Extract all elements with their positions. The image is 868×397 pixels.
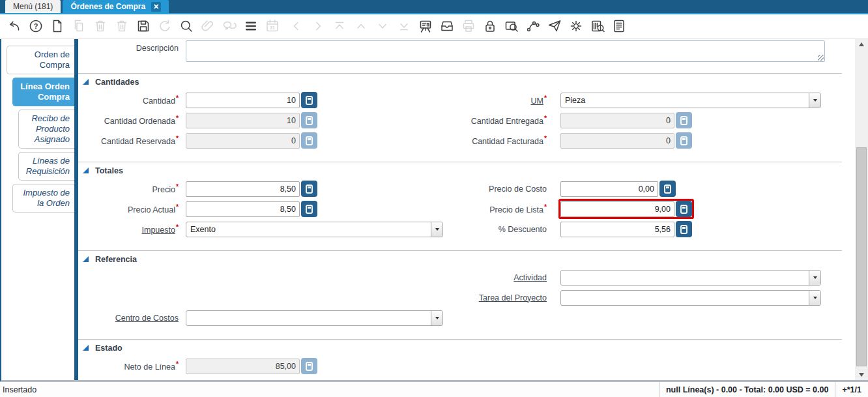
save-icon[interactable] — [134, 18, 152, 35]
section-header-estado[interactable]: Estado — [78, 340, 842, 356]
form-content: Descripción CantidadesCantidad*UM*PiezaC… — [78, 39, 868, 380]
section-header-cantidades[interactable]: Cantidades — [78, 74, 842, 90]
resize-handle-icon[interactable] — [818, 55, 824, 61]
scroll-up-icon[interactable] — [855, 39, 868, 50]
centro-de-costos-label[interactable]: Centro de Costos — [78, 314, 186, 323]
precio-fieldwrap — [186, 181, 317, 197]
neto-de-linea-calculator-button — [301, 358, 317, 374]
tab-ordenes-de-compra[interactable]: Órdenes de Compra ✕ — [63, 0, 169, 13]
calculator-icon — [306, 136, 313, 145]
collapse-triangle-icon — [83, 79, 89, 85]
copy-record-icon — [70, 18, 87, 35]
descuento-field — [554, 221, 842, 237]
delete-selection-icon — [113, 18, 130, 35]
actividad-dropdown-button[interactable] — [809, 271, 820, 285]
um-combo[interactable]: Pieza — [560, 93, 821, 108]
zoom-across-icon[interactable] — [502, 18, 520, 35]
cantidad-input[interactable] — [186, 93, 300, 108]
precio-actual-calculator-button[interactable] — [301, 201, 317, 217]
precio-actual-input[interactable] — [186, 201, 300, 217]
descuento-calculator-button[interactable] — [676, 221, 692, 237]
precio-calculator-button[interactable] — [301, 181, 317, 197]
scroll-down-icon[interactable] — [855, 370, 868, 380]
scrollbar-thumb[interactable] — [856, 147, 867, 366]
calculator-icon — [664, 184, 671, 194]
sidebar-tab-orden-de-compra[interactable]: Orden de Compra — [7, 46, 74, 74]
actividad-zoom-link[interactable]: Actividad — [514, 273, 547, 282]
cantidad-ordenada-field — [186, 112, 450, 128]
precio-de-lista-input[interactable] — [560, 201, 674, 217]
close-tab-icon[interactable]: ✕ — [151, 2, 161, 12]
description-textarea[interactable] — [186, 40, 825, 62]
precio-actual-text: Precio Actual — [128, 205, 175, 214]
precio-de-costo-calculator-button[interactable] — [659, 181, 676, 197]
main-panel: Orden de CompraLínea Orden CompraRecibo … — [0, 39, 868, 381]
um-zoom-link[interactable]: UM — [530, 96, 543, 106]
undo-icon[interactable] — [5, 18, 23, 35]
actividad-label[interactable]: Actividad — [450, 273, 554, 282]
archive-icon[interactable] — [438, 18, 456, 35]
process-icon[interactable] — [567, 18, 585, 35]
workflow-icon[interactable] — [524, 18, 542, 35]
cantidad-entregada-input — [560, 113, 674, 128]
description-field — [186, 40, 842, 62]
sidebar-tab-recibo-de-producto-asignado[interactable]: Recibo de Producto Asignado — [18, 110, 74, 149]
um-field: Pieza — [554, 93, 842, 108]
impuesto-zoom-link[interactable]: Impuesto — [142, 226, 175, 235]
vertical-scrollbar[interactable] — [855, 39, 868, 380]
um-label[interactable]: UM* — [450, 95, 554, 106]
cantidad-ordenada-calculator-button — [301, 112, 317, 128]
centro-de-costos-zoom-link[interactable]: Centro de Costos — [115, 314, 179, 323]
form-row: Precio*Precio de Costo — [78, 179, 842, 199]
actividad-combo[interactable] — [560, 270, 821, 286]
new-record-icon[interactable] — [48, 18, 66, 35]
precio-de-costo-input[interactable] — [560, 181, 658, 197]
print-icon — [459, 18, 477, 35]
section-header-referencia[interactable]: Referencia — [78, 251, 842, 267]
precio-input[interactable] — [186, 181, 300, 197]
cantidad-calculator-button[interactable] — [301, 92, 317, 108]
precio-actual-fieldwrap — [186, 201, 317, 217]
chevron-down-icon — [813, 99, 817, 102]
toggle-grid-icon[interactable] — [242, 18, 259, 35]
centro-de-costos-dropdown-button[interactable] — [431, 311, 442, 325]
find-icon[interactable] — [177, 18, 195, 35]
tarea-del-proyecto-zoom-link[interactable]: Tarea del Proyecto — [479, 293, 547, 302]
um-dropdown-button[interactable] — [809, 93, 820, 108]
form-row: Tarea del Proyecto — [78, 287, 842, 308]
precio-de-costo-text: Precio de Costo — [489, 184, 547, 194]
lock-icon[interactable] — [481, 18, 499, 35]
sidebar-tab-linea-orden-compra[interactable]: Línea Orden Compra — [12, 78, 74, 106]
tab-menu[interactable]: Menú (181) — [5, 0, 61, 13]
precio-de-lista-field — [554, 201, 842, 217]
sidebar-tab-lineas-de-requisicion[interactable]: Líneas de Requisición — [18, 152, 74, 181]
sidebar-tab-impuesto-de-la-orden[interactable]: Impuesto de la Orden — [12, 184, 74, 213]
sidebar-tab-label: Impuesto de la Orden — [23, 188, 70, 208]
descuento-input[interactable] — [560, 222, 674, 237]
tarea-del-proyecto-dropdown-button[interactable] — [809, 291, 820, 305]
section-title: Estado — [95, 344, 123, 353]
neto-de-linea-text: Neto de Línea — [124, 362, 175, 372]
section-header-totales[interactable]: Totales — [78, 162, 842, 179]
requests-icon[interactable] — [545, 18, 563, 35]
impuesto-label[interactable]: Impuesto* — [78, 224, 186, 235]
report-icon[interactable] — [610, 18, 628, 35]
description-row: Descripción — [78, 40, 842, 73]
section-body: Cantidad*UM*PiezaCantidad Ordenada*Canti… — [78, 90, 842, 162]
calculator-icon — [306, 116, 313, 125]
centro-de-costos-combo[interactable] — [186, 310, 443, 326]
status-summary: null Línea(s) - 0.00 - Total: 0.00 USD =… — [659, 382, 835, 397]
help-icon[interactable]: ? — [27, 18, 44, 35]
tarea-del-proyecto-label[interactable]: Tarea del Proyecto — [450, 293, 554, 302]
impuesto-combo[interactable]: Exento — [186, 222, 443, 237]
window-tabbar: Menú (181) Órdenes de Compra ✕ — [0, 0, 868, 14]
chart-icon[interactable] — [416, 18, 434, 35]
product-info-icon[interactable] — [588, 18, 606, 35]
chevron-down-icon — [435, 228, 439, 231]
impuesto-dropdown-button[interactable] — [431, 222, 442, 237]
tarea-del-proyecto-combo[interactable] — [560, 290, 821, 306]
calculator-icon — [680, 205, 687, 214]
previous-record-icon — [287, 18, 305, 35]
form-row: Centro de Costos — [78, 308, 842, 328]
precio-de-lista-calculator-button[interactable] — [676, 201, 692, 217]
